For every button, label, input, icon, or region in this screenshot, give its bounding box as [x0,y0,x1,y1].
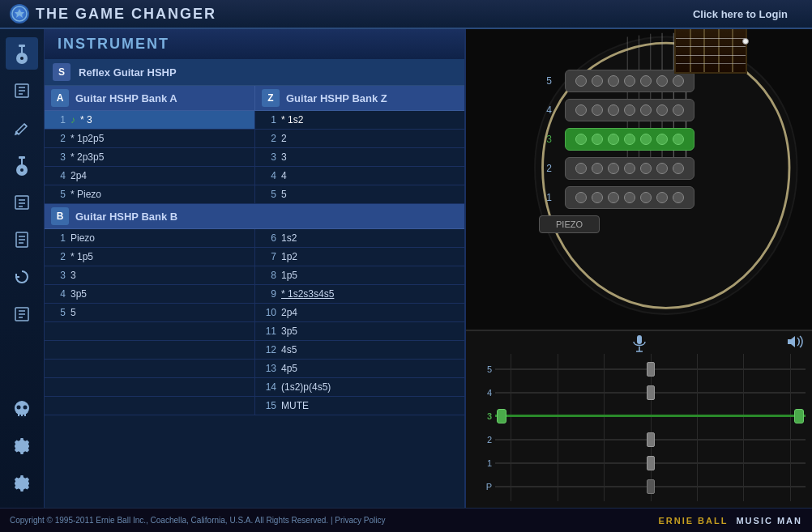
preset-num-z11: 11 [262,326,276,337]
mic-icon [632,334,647,355]
preset-row-z11[interactable]: 11 3p5 [45,322,464,341]
pickup-dot [624,163,635,174]
bank-b-label: B [51,207,69,225]
pickup-row-5: 5 [539,70,694,92]
preset-row-5[interactable]: 5 * Piezo 5 5 [45,185,464,204]
bank-z-name: Guitar HSHP Bank Z [286,92,387,104]
instrument-panel: INSTRUMENT S Reflex Guitar HSHP A Guitar… [45,29,466,508]
pickup-dot [575,163,587,174]
preset-row-z14[interactable]: 14 (1s2)p(4s5) [45,378,464,397]
sidebar-item-book3[interactable] [6,298,38,330]
preset-row-3[interactable]: 3 * 2p3p5 3 3 [45,148,464,167]
pickup-dot [640,75,652,87]
fader-line-3 [495,415,806,417]
preset-num-b1: 1 [51,232,66,244]
fader-track-3[interactable] [495,409,806,423]
login-button[interactable]: Click here to Login [678,5,802,23]
preset-num-z13: 13 [262,363,276,374]
fader-knob-p[interactable] [647,479,655,494]
sidebar-item-sheet[interactable] [6,223,38,256]
pickup-label-2: 2 [539,163,552,174]
fader-track-p[interactable] [495,479,806,494]
instrument-table: S Reflex Guitar HSHP A Guitar HSHP Bank … [45,59,464,508]
preset-row-4[interactable]: 4 2p4 4 4 [45,167,464,185]
preset-name-z7: 1p2 [281,251,297,262]
pickup-dot [656,134,668,145]
preset-name-a5: * Piezo [71,189,101,200]
fader-track-1[interactable] [495,456,806,470]
fader-track-4[interactable] [495,385,806,400]
volume-icon [786,334,804,352]
fader-knob-4[interactable] [647,385,655,400]
sidebar-item-gear2[interactable] [6,467,38,500]
pickup-switch-1[interactable] [565,186,694,209]
preset-name-b5: 5 [71,307,76,318]
bank-a-name: Guitar HSHP Bank A [75,92,177,104]
fader-knob-1[interactable] [647,456,655,470]
sidebar-item-pencil[interactable] [6,112,38,144]
svg-rect-26 [18,413,26,416]
preset-name-b1: Piezo [71,232,95,244]
piezo-label: PIEZO [539,215,600,233]
pickup-switch-2[interactable] [565,157,694,180]
instrument-title: INSTRUMENT [58,36,169,53]
preset-name-z1: * 1s2 [281,114,303,126]
pickup-switch-4[interactable] [565,99,694,121]
pickup-dot [608,104,619,116]
preset-row-z12[interactable]: 12 4s5 [45,341,464,360]
sidebar-item-book2[interactable] [6,186,38,219]
sidebar-item-guitar[interactable] [6,37,38,70]
pickup-dot [575,192,587,203]
fader-knob-5[interactable] [647,362,655,377]
sidebar-item-book1[interactable] [6,74,38,107]
s-row[interactable]: S Reflex Guitar HSHP [45,59,464,86]
preset-name-z10: 2p4 [281,307,297,318]
fader-label-3: 3 [472,411,495,421]
pickup-label-1: 1 [539,192,552,203]
pickups-container: 5 4 [539,70,694,233]
bank-a-label: A [51,89,69,107]
preset-num-b2: 2 [51,251,66,262]
pickup-dot [592,104,603,116]
preset-num-a2: 2 [51,133,66,144]
pickup-row-4: 4 [539,99,694,121]
sidebar-item-gear1[interactable] [6,430,38,462]
preset-row-z13[interactable]: 13 4p5 [45,360,464,378]
mixer-area: 5 4 3 2 1 P [466,330,812,508]
svg-rect-30 [23,415,24,418]
sidebar-item-guitar2[interactable] [6,149,38,181]
preset-row-2[interactable]: 2 * 1p2p5 2 2 [45,130,464,148]
pickup-dot [640,192,652,203]
preset-row-b4[interactable]: 4 3p5 9 * 1s2s3s4s5 [45,285,464,304]
bank-a-header: A Guitar HSHP Bank A [45,86,255,110]
preset-row-b3[interactable]: 3 3 8 1p5 [45,266,464,285]
pickup-dot [673,75,684,87]
preset-row-b2[interactable]: 2 * 1p5 7 1p2 [45,248,464,266]
preset-num-a5: 5 [51,189,66,200]
preset-row-z15[interactable]: 15 MUTE [45,397,464,415]
fader-label-5: 5 [472,364,495,374]
fader-track-2[interactable] [495,432,806,447]
svg-marker-40 [788,336,795,347]
fader-knob-2[interactable] [647,432,655,447]
fader-label-p: P [472,482,495,492]
preset-name-z11: 3p5 [281,326,297,337]
preset-name-z8: 1p5 [281,270,297,281]
pickup-dot [575,104,587,116]
pickup-switch-3[interactable] [565,128,694,151]
fader-track-5[interactable] [495,362,806,377]
fader-knob-3-start[interactable] [497,409,506,423]
logo-icon [10,4,29,23]
preset-num-z8: 8 [262,270,276,281]
sidebar-item-refresh[interactable] [6,261,38,293]
fader-knob-3-end[interactable] [794,409,804,423]
preset-row-b5[interactable]: 5 5 10 2p4 [45,304,464,322]
preset-row-1[interactable]: 1 ♪ * 3 1 * 1s2 [45,111,464,130]
bank-z-header: Z Guitar HSHP Bank Z [255,86,464,110]
bank-b-name: Guitar HSHP Bank B [75,211,177,223]
pickup-dot [575,75,587,87]
preset-name-z12: 4s5 [281,344,297,355]
preset-row-b1[interactable]: 1 Piezo 6 1s2 [45,229,464,248]
pickup-dot [592,163,603,174]
sidebar-item-skull[interactable] [6,393,38,425]
